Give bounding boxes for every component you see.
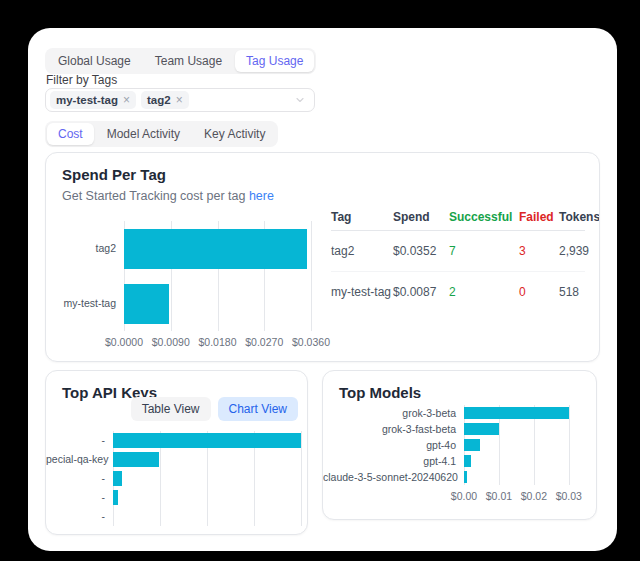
chart-bar-row [113, 469, 301, 488]
x-axis-tick: $0.03 [556, 490, 582, 502]
chart-category-label: gpt-4.1 [323, 453, 464, 469]
chart-category-label: - [46, 469, 113, 488]
tag-filter-select[interactable]: my-test-tag×tag2× [45, 88, 315, 112]
x-axis-tick: $0.01 [486, 490, 512, 502]
bar [464, 455, 471, 467]
table-row: tag2$0.0352732,939 [331, 231, 585, 271]
top-models-title: Top Models [339, 384, 421, 401]
x-axis-tick: $0.0180 [199, 336, 237, 348]
bar [113, 471, 122, 486]
gridline [311, 221, 312, 331]
chart-category-labels: tag2my-test-tag [46, 221, 124, 331]
tag-chip: my-test-tag× [50, 91, 136, 109]
column-header: Successful [449, 210, 519, 224]
chart-plot-area [464, 405, 581, 485]
cost-tab-group: Cost Model Activity Key Activity [45, 121, 278, 147]
chart-category-label: my-test-tag [46, 276, 124, 331]
top-models-chart: grok-3-betagrok-3-fast-betagpt-4ogpt-4.1… [323, 405, 581, 501]
table-cell-failed: 0 [519, 285, 559, 299]
tag-chip-label: tag2 [147, 92, 171, 108]
chart-bar-row [124, 221, 311, 276]
top-api-keys-panel: Top API Keys Table View Chart View -peci… [45, 370, 308, 535]
chart-bar-row [464, 421, 581, 437]
spend-per-tag-table: TagSpendSuccessfulFailedTokens tag2$0.03… [331, 203, 585, 311]
chart-category-label: tag2 [46, 221, 124, 276]
tab-tag-usage[interactable]: Tag Usage [235, 50, 314, 72]
bar [464, 407, 569, 419]
subtitle-text: Get Started Tracking cost per tag [62, 189, 249, 203]
tab-model-activity[interactable]: Model Activity [96, 123, 191, 145]
tab-cost[interactable]: Cost [47, 123, 94, 145]
column-header: Tag [331, 210, 393, 224]
tab-key-activity[interactable]: Key Activity [193, 123, 276, 145]
chart-category-label: grok-3-fast-beta [323, 421, 464, 437]
view-toggle: Table View Chart View [131, 397, 298, 421]
chart-category-label: pecial-qa-key [46, 450, 113, 469]
spend-per-tag-chart: tag2my-test-tag$0.0000$0.0090$0.0180$0.0… [46, 221, 311, 347]
chevron-down-icon[interactable] [294, 94, 306, 106]
table-cell-tokens: 518 [559, 285, 585, 299]
remove-tag-icon[interactable]: × [176, 92, 183, 108]
bar [124, 284, 169, 324]
chart-bar-row [464, 469, 581, 485]
tag-chip: tag2× [141, 91, 189, 109]
chart-category-label: - [46, 507, 113, 526]
chart-bar-row [464, 437, 581, 453]
chart-category-label: gpt-4o [323, 437, 464, 453]
tag-filter-chips: my-test-tag×tag2× [50, 91, 189, 109]
here-link[interactable]: here [249, 189, 274, 203]
chart-bar-row [464, 453, 581, 469]
table-cell-tag: tag2 [331, 244, 393, 258]
table-view-button[interactable]: Table View [131, 397, 211, 421]
x-axis-tick: $0.0270 [245, 336, 283, 348]
table-cell-successful: 7 [449, 244, 519, 258]
chart-category-label: grok-3-beta [323, 405, 464, 421]
usage-tab-group: Global Usage Team Usage Tag Usage [45, 48, 316, 74]
chart-bar-row [113, 488, 301, 507]
bar [113, 490, 118, 505]
dashboard-card: Global Usage Team Usage Tag Usage Filter… [28, 28, 617, 551]
spend-per-tag-subtitle: Get Started Tracking cost per tag here [62, 189, 274, 203]
chart-category-label: - [46, 488, 113, 507]
table-cell-successful: 2 [449, 285, 519, 299]
column-header: Failed [519, 210, 559, 224]
table-cell-spend: $0.0087 [393, 285, 449, 299]
x-axis-tick: $0.0090 [152, 336, 190, 348]
chart-category-label: claude-3-5-sonnet-20240620 [323, 469, 464, 485]
bar [113, 452, 159, 467]
x-axis-tick: $0.00 [451, 490, 477, 502]
chart-view-button[interactable]: Chart View [218, 397, 298, 421]
x-axis-tick: $0.0360 [292, 336, 330, 348]
tag-chip-label: my-test-tag [56, 92, 118, 108]
filter-by-tags-label: Filter by Tags [46, 73, 117, 87]
chart-bar-row [464, 405, 581, 421]
tab-team-usage[interactable]: Team Usage [144, 50, 233, 72]
gridline [301, 431, 302, 526]
chart-category-label: - [46, 431, 113, 450]
table-header-row: TagSpendSuccessfulFailedTokens [331, 203, 585, 231]
chart-bar-row [124, 276, 311, 331]
tab-global-usage[interactable]: Global Usage [47, 50, 142, 72]
x-axis-tick: $0.0000 [105, 336, 143, 348]
bar [464, 439, 480, 451]
column-header: Spend [393, 210, 449, 224]
x-axis: $0.0000$0.0090$0.0180$0.0270$0.0360 [124, 331, 311, 347]
top-api-keys-chart: -pecial-qa-key--- [46, 431, 301, 526]
bar [124, 229, 307, 269]
chart-bar-row [113, 507, 301, 526]
chart-plot-area [124, 221, 311, 331]
x-axis-tick: $0.02 [521, 490, 547, 502]
chart-category-labels: -pecial-qa-key--- [46, 431, 113, 526]
remove-tag-icon[interactable]: × [123, 92, 130, 108]
table-cell-failed: 3 [519, 244, 559, 258]
chart-plot-area [113, 431, 301, 526]
bar [464, 423, 499, 435]
bar [464, 471, 467, 483]
chart-category-labels: grok-3-betagrok-3-fast-betagpt-4ogpt-4.1… [323, 405, 464, 485]
column-header: Tokens [559, 210, 600, 224]
spend-per-tag-title: Spend Per Tag [62, 166, 166, 183]
table-cell-spend: $0.0352 [393, 244, 449, 258]
top-models-panel: Top Models grok-3-betagrok-3-fast-betagp… [322, 370, 597, 520]
bar [113, 433, 301, 448]
table-cell-tag: my-test-tag [331, 285, 393, 299]
